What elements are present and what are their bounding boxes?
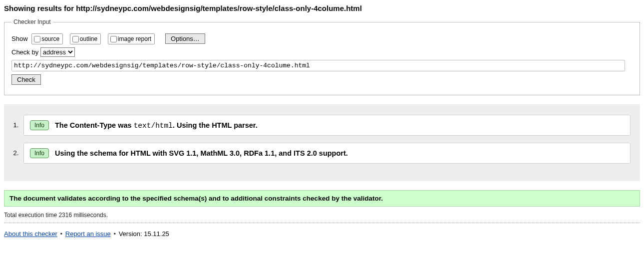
heading-url: http://sydneypc.com/webdesignsig/templat… <box>76 4 362 12</box>
outline-checkbox[interactable] <box>72 36 79 42</box>
check-row: Check <box>11 74 633 85</box>
version-value: 15.11.25 <box>144 230 169 238</box>
result-msg-2: Using the schema for HTML with SVG 1.1, … <box>55 149 348 157</box>
show-label: Show <box>11 35 28 42</box>
checkby-label: Check by <box>11 48 38 56</box>
heading-prefix: Showing results for <box>4 4 76 12</box>
image-report-checkbox[interactable] <box>110 36 117 42</box>
checkby-row: Check by address <box>11 47 633 71</box>
about-link[interactable]: About this checker <box>4 230 57 238</box>
info-badge: Info <box>30 148 49 158</box>
show-row: Show source outline image report Options… <box>11 33 633 44</box>
divider <box>4 223 640 223</box>
msg1-code: text/html <box>134 122 173 130</box>
checkby-select[interactable]: address <box>40 47 75 57</box>
image-report-checkbox-wrap[interactable]: image report <box>108 33 155 44</box>
check-button[interactable]: Check <box>11 74 41 85</box>
results-panel: Info The Content-Type was text/html. Usi… <box>4 104 640 181</box>
outline-checkbox-wrap[interactable]: outline <box>70 33 101 44</box>
result-card-2: Info Using the schema for HTML with SVG … <box>23 143 631 164</box>
success-message: The document validates according to the … <box>4 190 640 207</box>
checker-legend: Checker Input <box>11 18 53 25</box>
source-checkbox-wrap[interactable]: source <box>31 33 63 44</box>
report-issue-link[interactable]: Report an issue <box>65 230 111 238</box>
footer: About this checker • Report an issue • V… <box>4 230 640 238</box>
msg1-pre: The Content-Type was <box>55 121 134 129</box>
result-item-2: Info Using the schema for HTML with SVG … <box>20 143 631 164</box>
msg1-post: . Using the HTML parser. <box>173 121 258 129</box>
image-report-checkbox-label: image report <box>118 35 151 42</box>
result-msg-1: The Content-Type was text/html. Using th… <box>55 121 258 130</box>
timing-info: Total execution time 2316 milliseconds. <box>4 212 640 219</box>
checker-input-fieldset: Checker Input Show source outline image … <box>4 18 640 95</box>
source-checkbox-label: source <box>41 35 59 42</box>
page-title: Showing results for http://sydneypc.com/… <box>4 4 640 12</box>
result-item-1: Info The Content-Type was text/html. Usi… <box>20 115 631 136</box>
options-button[interactable]: Options… <box>165 33 205 44</box>
separator-dot: • <box>60 230 63 238</box>
source-checkbox[interactable] <box>34 36 40 42</box>
address-input[interactable] <box>11 60 625 71</box>
outline-checkbox-label: outline <box>80 35 97 42</box>
results-list: Info The Content-Type was text/html. Usi… <box>9 115 631 164</box>
result-card-1: Info The Content-Type was text/html. Usi… <box>23 115 631 136</box>
separator-dot: • <box>113 230 116 238</box>
version-label: Version: <box>119 230 144 238</box>
info-badge: Info <box>30 120 49 130</box>
